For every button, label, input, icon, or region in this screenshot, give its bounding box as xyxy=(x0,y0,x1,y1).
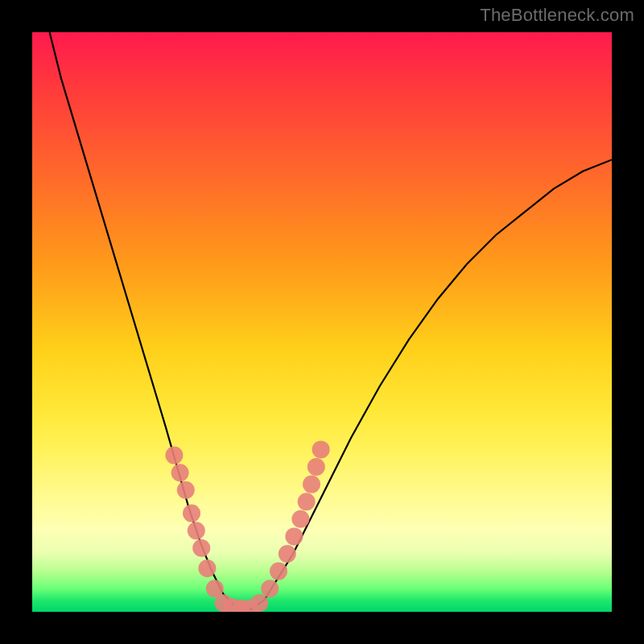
curve-layer xyxy=(50,32,612,612)
data-point xyxy=(261,580,279,597)
data-point xyxy=(192,539,210,557)
chart-svg xyxy=(32,32,612,612)
data-point xyxy=(291,510,309,528)
data-point xyxy=(165,447,183,464)
data-point xyxy=(279,545,296,563)
data-point xyxy=(285,527,303,545)
data-point xyxy=(308,458,325,476)
data-point xyxy=(171,464,189,481)
data-point xyxy=(298,493,316,510)
data-point xyxy=(198,559,216,577)
data-point xyxy=(312,440,330,458)
plot-area xyxy=(32,32,612,612)
data-point xyxy=(270,563,287,580)
data-point xyxy=(183,505,200,522)
data-point xyxy=(303,476,320,493)
chart-frame: TheBottleneck.com xyxy=(0,0,644,644)
data-point xyxy=(188,522,205,539)
data-point xyxy=(177,481,195,499)
dot-cluster xyxy=(165,440,329,612)
data-point xyxy=(250,594,268,612)
bottleneck-curve xyxy=(50,32,612,612)
watermark-text: TheBottleneck.com xyxy=(480,5,634,26)
